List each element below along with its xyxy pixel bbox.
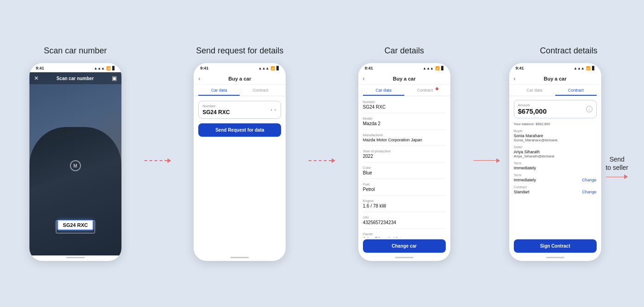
amount-label: Amount [518,103,592,107]
amount-box: Amount $675,000 i [514,100,597,118]
detail-owner: Owner Ariya Siharath / 1st owner [363,232,446,237]
send-arrow-line [606,177,624,178]
lbl-engine: Engine [363,199,446,203]
term2-change-btn[interactable]: Change [582,178,597,182]
wifi-icon-2: 📶 [270,66,275,70]
send-arrow-row [606,174,628,179]
info-icon[interactable]: i [586,106,592,112]
detail-model: Model Mazda 2 [363,116,446,130]
tab-contract-2[interactable]: Contract [240,85,281,96]
camera-title: Scan car number [57,76,94,81]
signal-icon-1: ▲▲▲ [94,66,105,70]
signal-icon-2: ▲▲▲ [258,66,269,70]
buyer-name: Sonia Marahare [514,133,597,138]
camera-bg: M SG24 RXC [29,72,121,255]
file-icon[interactable]: ▣ [112,75,117,81]
seller-label: Seller [514,145,597,149]
dashed-line-2 [309,160,332,161]
buyer-label: Buyer [514,129,597,133]
home-indicator-4 [546,257,564,258]
status-icons-1: ▲▲▲ 📶 ▊ [94,66,115,70]
home-indicator-2 [230,257,249,258]
tab-car-data-4[interactable]: Car data [514,85,555,96]
buyer-email: Sonia_Marahare@btcbank [514,138,597,142]
term1-label: Term [514,161,597,165]
send-to-seller-area: Sendto seller [606,155,628,179]
val-engine: 1.6 / 78 kW [363,203,446,209]
contract-change-btn[interactable]: Change [582,190,597,194]
screen-body-2: Number SG24 RXC ⬝⬝ Send Request for data [194,96,286,255]
main-container: Scan car number 9:41 ▲▲▲ 📶 ▊ [7,37,637,270]
header-title-2: Buy a car [228,76,251,81]
arrow-3-4 [473,158,500,163]
term2-label: Term [514,173,536,177]
change-car-btn[interactable]: Change car [363,239,446,253]
phone-3: 9:41 ▲▲▲ 📶 ▊ ‹ Buy a car Car data Contra… [358,63,450,261]
wifi-icon-1: 📶 [106,66,111,70]
back-btn-3[interactable]: ‹ [363,75,365,82]
bottom-bar-2 [194,255,286,261]
back-btn-2[interactable]: ‹ [198,75,200,82]
tab-contract-3[interactable]: Contract [404,85,446,96]
sign-btn-area: Sign Contract [509,237,601,255]
tab-bar-2: Car data Contract [194,85,286,96]
step-4-phone-area: 9:41 ▲▲▲ 📶 ▊ ‹ Buy a car Car [509,63,628,261]
send-request-btn[interactable]: Send Request for data [198,123,281,137]
sign-contract-btn[interactable]: Sign Contract [514,239,597,253]
time-1: 9:41 [36,66,44,70]
app-header-2: ‹ Buy a car [194,72,286,85]
qr-icon: ⬝⬝ [270,106,277,114]
lbl-number: Number [363,100,446,104]
contract-label: Contract [514,185,529,189]
arrow-head-1 [167,158,171,163]
status-bar-3: 9:41 ▲▲▲ 📶 ▊ [358,63,450,72]
app-header-4: ‹ Buy a car [509,72,601,85]
val-year: 2022 [363,154,446,159]
arrow-head-2 [332,158,335,163]
phone-2: 9:41 ▲▲▲ 📶 ▊ ‹ Buy a car Car data Contra… [194,63,286,261]
back-btn-4[interactable]: ‹ [514,75,516,82]
time-2: 9:41 [200,66,208,70]
detail-vin: VIN 4325657234234 [363,215,446,229]
status-icons-4: ▲▲▲ 📶 ▊ [574,66,595,70]
number-value[interactable]: SG24 RXC [202,109,277,116]
lbl-owner: Owner [363,232,446,236]
step-1-column: Scan car number 9:41 ▲▲▲ 📶 ▊ [7,46,144,261]
seller-row: Seller Ariya Siharath Ariya_Siharath@btc… [514,145,597,158]
tab-car-data-3[interactable]: Car data [363,85,404,96]
camera-header: ✕ Scan car number ▣ [29,72,121,84]
step-2-column: Send request for details 9:41 ▲▲▲ 📶 ▊ ‹ … [172,46,309,261]
arrow-head-3 [496,158,500,163]
term1-value: Immediately [514,166,597,170]
camera-screen: M SG24 RXC ✕ Scan car number ▣ [29,72,121,255]
val-color: Blue [363,170,446,175]
header-title-4: Buy a car [544,76,567,81]
val-manufacturer: Mazda Motor Corporation Japan [363,138,446,142]
lbl-vin: VIN [363,215,446,220]
close-icon[interactable]: ✕ [34,75,39,81]
dashed-line-1 [144,160,167,161]
status-bar-2: 9:41 ▲▲▲ 📶 ▊ [194,63,286,72]
signal-icon-3: ▲▲▲ [423,66,434,70]
val-fuel: Petrol [363,187,446,192]
amount-value[interactable]: $675,000 [518,107,592,115]
tab-car-data-2[interactable]: Car data [198,85,240,96]
signal-icon-4: ▲▲▲ [574,66,585,70]
wifi-icon-3: 📶 [435,66,440,70]
step-3-title: Car details [385,46,424,56]
dashed-arrow-2 [309,158,335,163]
phone-1: 9:41 ▲▲▲ 📶 ▊ M SG24 RXC [29,63,121,261]
tab-bar-4: Car data Contract [509,85,601,96]
status-bar-1: 9:41 ▲▲▲ 📶 ▊ [29,63,121,72]
change-car-area: Change car [358,237,450,255]
contract-info: Contract Standart [514,185,529,194]
time-4: 9:41 [516,66,524,70]
home-indicator-1 [66,257,85,258]
detail-color: Color Blue [363,166,446,179]
seller-email: Ariya_Siharath@btcbank [514,154,597,158]
tab-contract-4[interactable]: Contract [555,85,597,96]
lbl-manufacturer: Manufacturer [363,133,446,137]
status-icons-2: ▲▲▲ 📶 ▊ [258,66,279,70]
app-header-3: ‹ Buy a car [358,72,450,85]
contract-row: Contract Standart Change [514,185,597,194]
